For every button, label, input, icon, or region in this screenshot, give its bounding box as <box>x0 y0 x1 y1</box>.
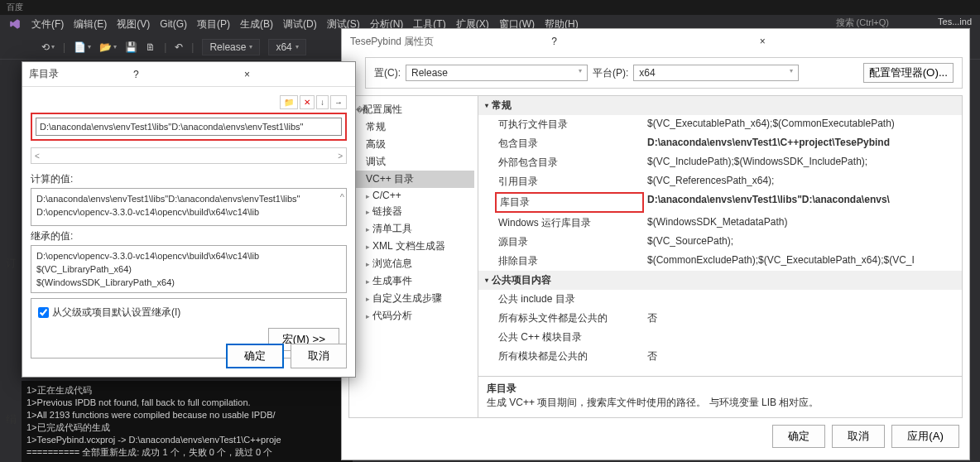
undo-icon[interactable]: ↶ <box>175 41 183 53</box>
close-icon[interactable]: × <box>238 65 348 84</box>
tree-vcpp-dirs[interactable]: VC++ 目录 <box>353 171 474 188</box>
row-excludepath[interactable]: 排除目录$(CommonExcludePath);$(VC_Executable… <box>478 252 962 271</box>
tree-debug[interactable]: 调试 <box>353 153 474 171</box>
tree-manifest[interactable]: ▸清单工具 <box>353 220 474 238</box>
output-console: 1>正在生成代码 1>Previous IPDB not found, fall… <box>22 381 353 462</box>
menu-project[interactable]: 项目(P) <box>192 15 235 34</box>
tree-build-events[interactable]: ▸生成事件 <box>353 272 474 290</box>
menu-file[interactable]: 文件(F) <box>26 15 69 34</box>
row-includepath[interactable]: 包含目录D:\anaconda\envs\envTest1\C++project… <box>478 134 962 153</box>
section-public[interactable]: ▾公共项目内容 <box>478 271 962 290</box>
help-icon[interactable]: ? <box>545 32 752 51</box>
inherit-list: D:\opencv\opencv-3.3.0-vc14\opencv\build… <box>31 245 347 293</box>
tree-advanced[interactable]: 高级 <box>353 136 474 153</box>
path-highlight: D:\anaconda\envs\envTest1\libs"D:\anacon… <box>31 113 347 141</box>
menu-edit[interactable]: 编辑(E) <box>69 15 112 34</box>
search-box[interactable]: 搜索 (Ctrl+Q) <box>836 17 889 29</box>
platform-select[interactable]: x64▾ <box>633 65 799 81</box>
calc-label: 计算的值: <box>31 172 347 186</box>
platform-label: 平台(P): <box>593 66 628 80</box>
nav-back-icon[interactable]: ⟲ ▾ <box>41 41 55 53</box>
prop-grid: ▾常规 可执行文件目录$(VC_ExecutablePath_x64);$(Co… <box>478 96 962 376</box>
row-refpath[interactable]: 引用目录$(VC_ReferencesPath_x64); <box>478 172 962 191</box>
row-extinclude[interactable]: 外部包含目录$(VC_IncludePath);$(WindowsSDK_Inc… <box>478 153 962 172</box>
inherit-label: 继承的值: <box>31 229 347 243</box>
tree-general[interactable]: 常规 <box>353 118 474 136</box>
menu-build[interactable]: 生成(B) <box>235 15 278 34</box>
tree-config-props[interactable]: �סּ配置属性 <box>353 101 474 118</box>
doc-tab[interactable]: Tes...ind <box>938 17 972 26</box>
row-winrt[interactable]: Windows 运行库目录$(WindowsSDK_MetadataPath) <box>478 214 962 233</box>
tree-browse[interactable]: ▸浏览信息 <box>353 255 474 272</box>
row-pubmodules[interactable]: 公共 C++ 模块目录 <box>478 328 962 347</box>
open-icon[interactable]: 📂 ▾ <box>99 41 117 53</box>
calc-list: D:\anaconda\envs\envTest1\libs"D:\anacon… <box>31 188 347 226</box>
config-manager-button[interactable]: 配置管理器(O)... <box>863 63 954 83</box>
prop-tree: �סּ配置属性 常规 高级 调试 VC++ 目录 ▸C/C++ ▸链接器 ▸清单… <box>349 96 478 417</box>
delete-line-icon[interactable]: ✕ <box>300 95 315 109</box>
menu-git[interactable]: Git(G) <box>155 16 192 32</box>
new-file-icon[interactable]: 📄 ▾ <box>74 41 91 53</box>
scroll-up-icon[interactable]: ^ <box>340 190 344 204</box>
dlg-title-text: 库目录 <box>29 67 127 81</box>
prop-title-text: TesePybind 属性页 <box>350 35 545 49</box>
tree-xmldoc[interactable]: ▸XML 文档生成器 <box>353 238 474 255</box>
close-icon[interactable]: × <box>753 32 961 51</box>
browse-icon[interactable]: → <box>330 95 347 109</box>
row-pubinclude[interactable]: 公共 include 目录 <box>478 290 962 309</box>
vs-logo-icon <box>3 18 26 30</box>
config-select[interactable]: Release▾ <box>406 65 588 81</box>
row-allmodules[interactable]: 所有模块都是公共的否 <box>478 347 962 366</box>
new-line-icon[interactable]: 📁 <box>280 95 298 109</box>
prop-description: 库目录 生成 VC++ 项目期间，搜索库文件时使用的路径。 与环境变量 LIB … <box>478 376 962 417</box>
row-exepath[interactable]: 可执行文件目录$(VC_ExecutablePath_x64);$(Common… <box>478 115 962 134</box>
browser-tabs-fragment: 百度 <box>0 0 980 15</box>
inherit-checkbox[interactable]: 从父级或项目默认设置继承(I) <box>38 306 339 320</box>
tree-code-analysis[interactable]: ▸代码分析 <box>353 307 474 325</box>
row-libpath[interactable]: 库目录D:\anaconda\envs\envTest1\libs"D:\ana… <box>478 191 962 214</box>
prop-apply-button[interactable]: 应用(A) <box>891 425 959 448</box>
lib-dir-dialog: 库目录 ? × 📁 ✕ ↓ → D:\anaconda\envs\envTest… <box>22 61 356 378</box>
save-all-icon[interactable]: 🗎 <box>146 41 156 53</box>
tree-cpp[interactable]: ▸C/C++ <box>353 188 474 203</box>
ok-button[interactable]: 确定 <box>226 344 284 368</box>
config-label: 置(C): <box>374 66 401 80</box>
prop-ok-button[interactable]: 确定 <box>772 425 825 448</box>
row-allheaders[interactable]: 所有标头文件都是公共的否 <box>478 309 962 328</box>
path-input[interactable]: D:\anaconda\envs\envTest1\libs"D:\anacon… <box>36 118 342 136</box>
tree-custom-build[interactable]: ▸自定义生成步骤 <box>353 290 474 307</box>
section-general[interactable]: ▾常规 <box>478 96 962 115</box>
cancel-button[interactable]: 取消 <box>291 344 347 368</box>
move-down-icon[interactable]: ↓ <box>316 95 329 109</box>
property-page-dialog: TesePybind 属性页 ? × 置(C): Release▾ 平台(P):… <box>341 28 970 460</box>
prop-cancel-button[interactable]: 取消 <box>832 425 885 448</box>
save-icon[interactable]: 💾 <box>125 41 137 53</box>
menu-debug[interactable]: 调试(D) <box>278 15 322 34</box>
h-scroll[interactable]: <> <box>31 147 347 164</box>
platform-combo[interactable]: x64▾ <box>268 39 305 55</box>
row-sourcepath[interactable]: 源目录$(VC_SourcePath); <box>478 233 962 252</box>
tree-linker[interactable]: ▸链接器 <box>353 203 474 220</box>
menu-view[interactable]: 视图(V) <box>112 15 155 34</box>
config-combo[interactable]: Release▾ <box>202 39 260 55</box>
help-icon[interactable]: ? <box>127 65 238 84</box>
